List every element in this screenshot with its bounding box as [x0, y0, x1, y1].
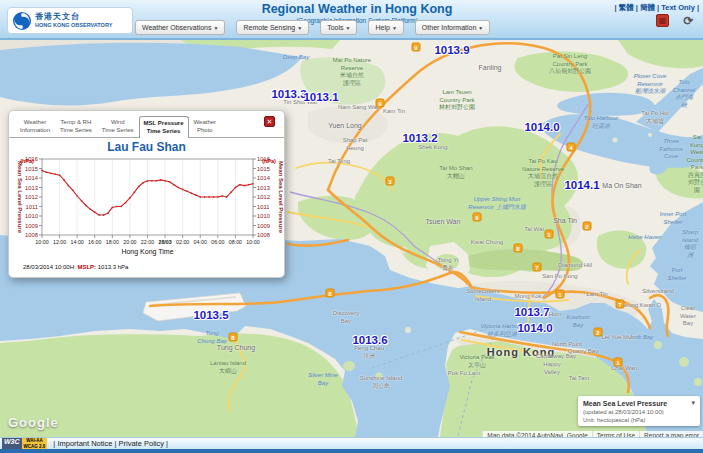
station-pressure-value[interactable]: 1013.9 — [434, 44, 469, 56]
w3c-icon: W3C — [2, 438, 22, 448]
svg-text:10:00: 10:00 — [35, 239, 48, 245]
station-popup: Weather InformationTemp & RH Time Series… — [8, 110, 285, 278]
station-pressure-value[interactable]: 1013.6 — [352, 334, 387, 346]
svg-text:14:00: 14:00 — [71, 239, 84, 245]
header-bar: 香港天文台 HONG KONG OBSERVATORY Regional Wea… — [0, 0, 703, 40]
wcag-label: WAI-AA WCAG 2.0 — [22, 438, 48, 448]
menu-remote-sensing[interactable]: Remote Sensing▼ — [236, 20, 309, 35]
menu-weather-observations[interactable]: Weather Observations▼ — [135, 20, 225, 35]
station-pressure-value[interactable]: 1014.1 — [564, 179, 599, 191]
svg-text:1008: 1008 — [25, 232, 38, 238]
hko-swirl-icon — [12, 11, 32, 31]
svg-text:1010: 1010 — [25, 213, 38, 219]
svg-text:02:00: 02:00 — [176, 239, 189, 245]
chart-footer-value: 1013.3 hPa — [98, 264, 129, 270]
svg-text:1011: 1011 — [257, 204, 269, 210]
svg-text:Mean Sea Level Pressure: Mean Sea Level Pressure — [278, 161, 284, 234]
language-links: | 繁體 | 簡體 | Text Only | — [614, 3, 699, 13]
svg-text:1009: 1009 — [257, 223, 270, 229]
svg-text:1009: 1009 — [25, 223, 38, 229]
svg-text:22:00: 22:00 — [141, 239, 154, 245]
layer-unit: Unit: hectopascal (hPa) — [583, 417, 695, 423]
svg-text:1012: 1012 — [25, 194, 38, 200]
svg-text:10:00: 10:00 — [246, 239, 259, 245]
close-icon[interactable]: ✕ — [264, 116, 275, 127]
svg-text:(hPa): (hPa) — [262, 158, 276, 164]
tab-temp-rh[interactable]: Temp & RH Time Series — [55, 115, 97, 137]
menu-tools[interactable]: Tools▼ — [320, 20, 357, 35]
warning-icon[interactable]: ▦ — [656, 14, 669, 27]
logo-title-en: HONG KONG OBSERVATORY — [35, 22, 112, 28]
menu-help[interactable]: Help▼ — [368, 20, 403, 35]
hko-logo[interactable]: 香港天文台 HONG KONG OBSERVATORY — [7, 7, 133, 34]
footer-link-important-notice[interactable]: Important Notice — [57, 439, 112, 448]
svg-text:28/03: 28/03 — [158, 239, 171, 245]
tab-msl-pressure[interactable]: MSL Pressure Time Series — [139, 116, 189, 138]
chevron-down-icon: ▼ — [392, 25, 397, 31]
refresh-icon[interactable]: ⟳ — [682, 14, 695, 27]
svg-text:16:00: 16:00 — [88, 239, 101, 245]
route-shield: 8 — [514, 244, 523, 253]
route-shield: 2 — [594, 328, 603, 337]
chevron-down-icon[interactable]: ▾ — [691, 399, 695, 407]
route-shield: 8 — [326, 289, 335, 298]
map-attribution: Map data ©2014 AutoNavi, GoogleTerms of … — [482, 430, 703, 437]
route-shield: 3 — [386, 177, 395, 186]
svg-text:Mean Sea Level Pressure: Mean Sea Level Pressure — [17, 161, 23, 234]
svg-text:1011: 1011 — [26, 204, 38, 210]
station-pressure-value[interactable]: 1014.0 — [524, 121, 559, 133]
route-shield: 9 — [473, 213, 482, 222]
route-shield: 1 — [545, 230, 554, 239]
route-shield: 9 — [376, 99, 385, 108]
route-shield: 9 — [412, 43, 421, 52]
lang-link-1[interactable]: 繁體 — [619, 3, 634, 12]
mslp-chart: 10:0012:0014:0016:0018:0020:0022:0028/03… — [9, 155, 286, 259]
svg-text:1014: 1014 — [257, 175, 271, 181]
route-shield: 2 — [583, 222, 592, 231]
station-pressure-value[interactable]: 1014.0 — [517, 322, 552, 334]
layer-select[interactable]: Mean Sea Level Pressure — [583, 400, 667, 407]
logo-title-cn: 香港天文台 — [35, 13, 112, 22]
footer-link-private-policy[interactable]: Private Policy — [119, 439, 164, 448]
svg-text:1008: 1008 — [257, 232, 270, 238]
bottom-strip — [0, 449, 703, 453]
svg-text:1010: 1010 — [257, 213, 270, 219]
chart-footer: 28/03/2014 10:00H: MSLP: 1013.3 hPa — [23, 264, 284, 270]
route-shield: 7 — [533, 263, 542, 272]
tab-weather[interactable]: Weather Photo — [189, 115, 222, 137]
svg-text:1013: 1013 — [257, 185, 270, 191]
tab-wind[interactable]: Wind Time Series — [97, 115, 139, 137]
chevron-down-icon: ▼ — [214, 25, 219, 31]
station-pressure-value[interactable]: 1013.1 — [303, 91, 338, 103]
route-shield: 4 — [567, 143, 576, 152]
chart-footer-datetime: 28/03/2014 10:00H: — [23, 264, 76, 270]
route-shield: 7 — [616, 300, 625, 309]
svg-text:06:00: 06:00 — [211, 239, 224, 245]
footer-links: | Important Notice | Private Policy | — [53, 439, 168, 448]
route-shield: 8 — [229, 333, 238, 342]
svg-text:04:00: 04:00 — [194, 239, 207, 245]
svg-text:1013: 1013 — [25, 185, 38, 191]
lang-link-2[interactable]: 簡體 — [640, 3, 655, 12]
chevron-down-icon: ▼ — [297, 25, 302, 31]
station-pressure-value[interactable]: 1013.5 — [193, 309, 228, 321]
svg-text:18:00: 18:00 — [106, 239, 119, 245]
station-pressure-value[interactable]: 1013.3 — [271, 88, 306, 100]
chevron-down-icon: ▼ — [478, 25, 483, 31]
station-pressure-value[interactable]: 1013.2 — [402, 132, 437, 144]
route-shield: 1 — [614, 358, 623, 367]
wcag-badge[interactable]: W3C WAI-AA WCAG 2.0 — [2, 438, 47, 448]
station-pressure-value[interactable]: 1013.7 — [514, 306, 549, 318]
footer-bar: W3C WAI-AA WCAG 2.0 | Important Notice |… — [0, 437, 703, 449]
route-shield: 1 — [556, 290, 565, 299]
svg-text:20:00: 20:00 — [123, 239, 136, 245]
chevron-down-icon: ▼ — [346, 25, 351, 31]
svg-text:1015: 1015 — [25, 166, 38, 172]
svg-text:Hong Kong Time: Hong Kong Time — [121, 248, 173, 256]
lang-link-3[interactable]: Text Only — [661, 3, 695, 12]
menu-other-information[interactable]: Other Information▼ — [415, 20, 490, 35]
popup-tabs: Weather InformationTemp & RH Time Series… — [9, 111, 284, 138]
tab-weather[interactable]: Weather Information — [15, 115, 55, 137]
google-logo: Google — [8, 415, 59, 430]
svg-text:08:00: 08:00 — [229, 239, 242, 245]
